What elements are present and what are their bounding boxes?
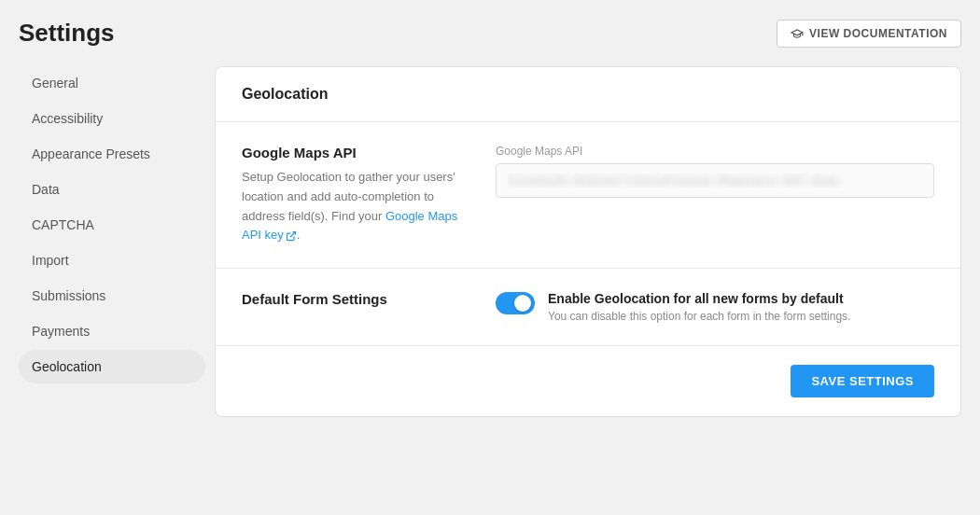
google-maps-description: Setup Geolocation to gather your users' … [242,168,466,245]
graduation-cap-icon [791,27,804,40]
google-maps-api-input[interactable] [496,163,934,198]
default-form-section: Default Form Settings Enable Geolocation… [216,269,960,346]
page-title: Settings [19,19,115,48]
external-link-icon [286,230,297,242]
sidebar-item-submissions[interactable]: Submissions [19,279,205,313]
google-maps-title: Google Maps API [242,145,466,160]
sidebar: GeneralAccessibilityAppearance PresetsDa… [19,66,215,417]
toggle-sub-label: You can disable this option for each for… [548,310,850,323]
api-field-label: Google Maps API [496,145,934,158]
sidebar-item-import[interactable]: Import [19,244,205,277]
sidebar-item-data[interactable]: Data [19,173,205,206]
google-maps-section: Google Maps API Setup Geolocation to gat… [216,122,960,269]
content-area: Geolocation Google Maps API Setup Geoloc… [215,66,961,417]
sidebar-item-accessibility[interactable]: Accessibility [19,102,205,135]
toggle-main-label: Enable Geolocation for all new forms by … [548,291,850,306]
content-section-title: Geolocation [242,86,934,103]
geolocation-toggle[interactable] [496,292,535,314]
sidebar-item-payments[interactable]: Payments [19,314,205,348]
svg-line-0 [290,231,296,237]
default-form-title: Default Form Settings [242,291,466,307]
sidebar-item-geolocation[interactable]: Geolocation [19,350,205,383]
save-settings-button[interactable]: SAVE SETTINGS [791,365,934,397]
sidebar-item-captcha[interactable]: CAPTCHA [19,208,205,242]
sidebar-item-appearance-presets[interactable]: Appearance Presets [19,137,205,171]
sidebar-item-general[interactable]: General [19,66,205,100]
view-docs-button[interactable]: VIEW DOCUMENTATION [777,20,961,48]
